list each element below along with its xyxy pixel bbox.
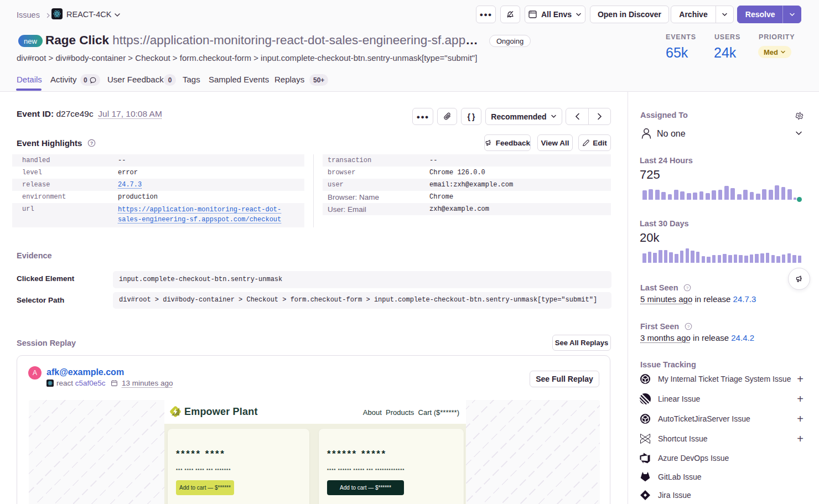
svg-text:?: ?: [90, 141, 92, 146]
svg-text:?: ?: [686, 285, 689, 290]
svg-text:?: ?: [687, 324, 690, 329]
